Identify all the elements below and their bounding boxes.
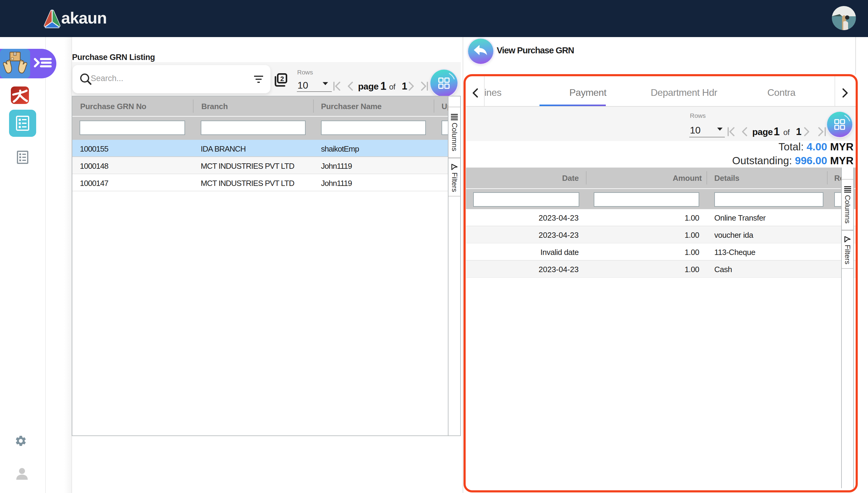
svg-text:2: 2 xyxy=(280,75,284,83)
